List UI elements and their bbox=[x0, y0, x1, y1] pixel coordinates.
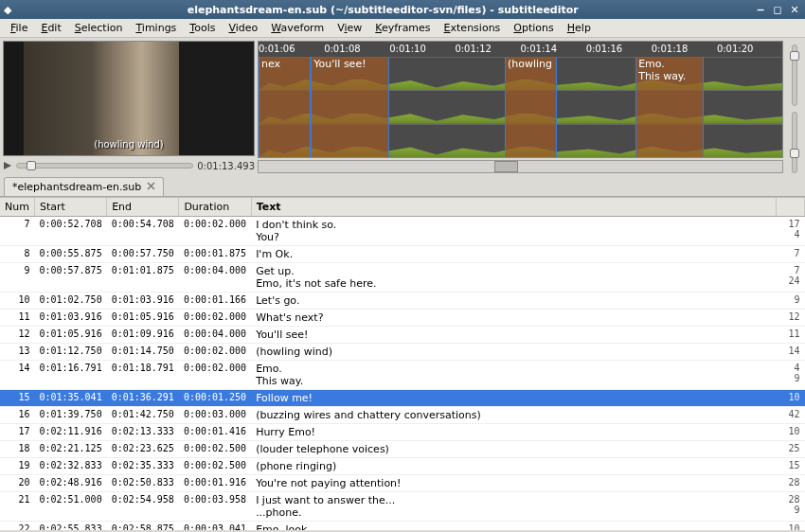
menu-timings[interactable]: Timings bbox=[130, 20, 182, 36]
ruler-tick: 0:01:12 bbox=[455, 44, 492, 54]
ruler-tick: 0:01:16 bbox=[586, 44, 623, 54]
col-text[interactable]: Text bbox=[251, 198, 776, 217]
cell-cps: 10 14 bbox=[777, 522, 805, 531]
cell-num: 22 bbox=[0, 522, 34, 531]
seek-thumb[interactable] bbox=[27, 161, 36, 170]
waveform-subtitle-region[interactable]: Emo. This way. bbox=[635, 57, 704, 157]
table-row[interactable]: 170:02:11.9160:02:13.3330:00:01.416Hurry… bbox=[0, 424, 805, 441]
table-row[interactable]: 130:01:12.7500:01:14.7500:00:02.000(howl… bbox=[0, 344, 805, 361]
waveform-subtitle-region[interactable]: nex bbox=[259, 57, 311, 157]
cell-end: 0:01:36.291 bbox=[107, 390, 179, 407]
menu-edit[interactable]: Edit bbox=[35, 20, 66, 36]
waveform-zoom-slider[interactable] bbox=[792, 44, 797, 106]
table-row[interactable]: 210:02:51.0000:02:54.9580:00:03.958I jus… bbox=[0, 492, 805, 522]
video-frame-image bbox=[4, 42, 254, 155]
video-pane: (howling wind) 0:01:13.493 bbox=[3, 41, 255, 173]
table-row[interactable]: 70:00:52.7080:00:54.7080:00:02.000I don'… bbox=[0, 217, 805, 246]
waveform-scale-slider[interactable] bbox=[792, 112, 797, 173]
maximize-button[interactable]: ◻ bbox=[771, 3, 784, 16]
col-spacer bbox=[777, 198, 805, 217]
cell-cps: 12 bbox=[777, 310, 805, 327]
cell-num: 7 bbox=[0, 217, 34, 246]
cell-cps: 10 bbox=[777, 424, 805, 441]
table-row[interactable]: 140:01:16.7910:01:18.7910:00:02.000Emo. … bbox=[0, 361, 805, 390]
table-row[interactable]: 150:01:35.0410:01:36.2910:00:01.250Follo… bbox=[0, 390, 805, 407]
cell-start: 0:02:32.833 bbox=[34, 458, 106, 475]
table-row[interactable]: 180:02:21.1250:02:23.6250:00:02.500(loud… bbox=[0, 441, 805, 458]
cell-cps: 14 bbox=[777, 344, 805, 361]
menu-waveform[interactable]: Waveform bbox=[265, 20, 330, 36]
subtitle-table: Num Start End Duration Text 70:00:52.708… bbox=[0, 198, 805, 530]
cell-num: 11 bbox=[0, 310, 34, 327]
close-icon bbox=[147, 182, 155, 190]
cell-start: 0:01:16.791 bbox=[34, 361, 106, 390]
seek-slider[interactable] bbox=[16, 163, 193, 168]
cell-num: 12 bbox=[0, 327, 34, 344]
table-row[interactable]: 220:02:55.8330:02:58.8750:00:03.041Emo, … bbox=[0, 522, 805, 531]
menu-options[interactable]: Options bbox=[508, 20, 559, 36]
cell-num: 13 bbox=[0, 344, 34, 361]
close-button[interactable]: ✕ bbox=[788, 3, 801, 16]
video-preview[interactable]: (howling wind) bbox=[3, 41, 255, 156]
col-num[interactable]: Num bbox=[0, 198, 34, 217]
cell-text: Follow me! bbox=[251, 390, 776, 407]
play-button[interactable] bbox=[3, 161, 12, 170]
ruler-tick: 0:01:08 bbox=[324, 44, 361, 54]
slider-thumb[interactable] bbox=[790, 51, 799, 61]
table-row[interactable]: 160:01:39.7500:01:42.7500:00:03.000(buzz… bbox=[0, 407, 805, 424]
cell-text: You're not paying attention! bbox=[251, 475, 776, 492]
cell-text: I'm Ok. bbox=[251, 246, 776, 263]
video-timecode: 0:01:13.493 bbox=[197, 161, 255, 171]
cell-num: 14 bbox=[0, 361, 34, 390]
upper-panes: (howling wind) 0:01:13.493 0:01:060:01:0… bbox=[0, 38, 805, 176]
cell-num: 8 bbox=[0, 246, 34, 263]
waveform-sliders bbox=[787, 41, 802, 173]
menu-tools[interactable]: Tools bbox=[184, 20, 221, 36]
col-end[interactable]: End bbox=[107, 198, 179, 217]
cell-start: 0:01:03.916 bbox=[34, 310, 106, 327]
table-row[interactable]: 90:00:57.8750:01:01.8750:00:04.000Get up… bbox=[0, 263, 805, 293]
menubar: FileEditSelectionTimingsToolsVideoWavefo… bbox=[0, 19, 805, 38]
cell-end: 0:02:54.958 bbox=[107, 492, 179, 522]
table-row[interactable]: 110:01:03.9160:01:05.9160:00:02.000What'… bbox=[0, 310, 805, 327]
waveform-subtitle-region[interactable]: You'll see! bbox=[311, 57, 389, 157]
cell-num: 17 bbox=[0, 424, 34, 441]
tab-close-button[interactable] bbox=[147, 181, 155, 193]
cell-text: (buzzing wires and chattery conversation… bbox=[251, 407, 776, 424]
document-tab[interactable]: *elephantsdream-en.sub bbox=[4, 177, 164, 196]
table-row[interactable]: 200:02:48.9160:02:50.8330:00:01.916You'r… bbox=[0, 475, 805, 492]
cell-num: 18 bbox=[0, 441, 34, 458]
cell-end: 0:02:58.875 bbox=[107, 522, 179, 531]
cell-start: 0:01:02.750 bbox=[34, 293, 106, 310]
cell-end: 0:02:35.333 bbox=[107, 458, 179, 475]
cell-cps: 4 9 bbox=[777, 361, 805, 390]
col-duration[interactable]: Duration bbox=[179, 198, 251, 217]
menu-keyframes[interactable]: Keyframes bbox=[369, 20, 436, 36]
menu-selection[interactable]: Selection bbox=[69, 20, 129, 36]
menu-help[interactable]: Help bbox=[562, 20, 597, 36]
cell-start: 0:00:55.875 bbox=[34, 246, 106, 263]
table-row[interactable]: 190:02:32.8330:02:35.3330:00:02.500(phon… bbox=[0, 458, 805, 475]
waveform-hscrollbar[interactable] bbox=[258, 160, 783, 173]
table-row[interactable]: 120:01:05.9160:01:09.9160:00:04.000You'l… bbox=[0, 327, 805, 344]
cell-num: 16 bbox=[0, 407, 34, 424]
col-start[interactable]: Start bbox=[34, 198, 106, 217]
cell-start: 0:00:57.875 bbox=[34, 263, 106, 293]
subtitle-table-wrap[interactable]: Num Start End Duration Text 70:00:52.708… bbox=[0, 197, 805, 530]
video-transport: 0:01:13.493 bbox=[3, 156, 255, 173]
cell-duration: 0:00:01.875 bbox=[179, 246, 251, 263]
cell-start: 0:01:35.041 bbox=[34, 390, 106, 407]
cell-duration: 0:00:03.958 bbox=[179, 492, 251, 522]
menu-file[interactable]: File bbox=[5, 20, 33, 36]
slider-thumb[interactable] bbox=[790, 149, 799, 158]
cell-text: (howling wind) bbox=[251, 344, 776, 361]
minimize-button[interactable]: − bbox=[754, 3, 767, 16]
menu-view[interactable]: View bbox=[331, 20, 367, 36]
waveform-subtitle-region[interactable]: (howling w bbox=[505, 57, 557, 157]
table-row[interactable]: 100:01:02.7500:01:03.9160:00:01.166Let's… bbox=[0, 293, 805, 310]
menu-video[interactable]: Video bbox=[223, 20, 263, 36]
menu-extensions[interactable]: Extensions bbox=[438, 20, 507, 36]
table-row[interactable]: 80:00:55.8750:00:57.7500:00:01.875I'm Ok… bbox=[0, 246, 805, 263]
waveform-hscroll-thumb[interactable] bbox=[494, 161, 518, 172]
waveform-view[interactable]: 0:01:060:01:080:01:100:01:120:01:140:01:… bbox=[258, 41, 783, 158]
